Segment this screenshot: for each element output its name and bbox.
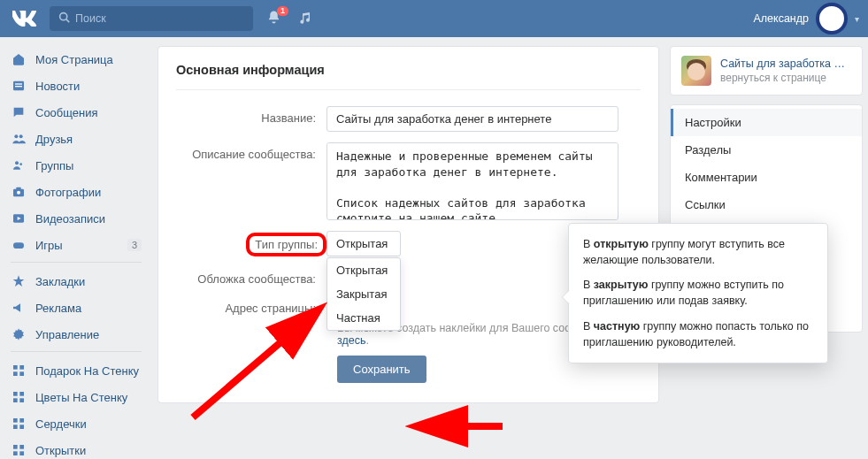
nav-messages[interactable]: Сообщения xyxy=(5,99,147,126)
home-icon xyxy=(11,51,27,67)
nav-ads[interactable]: Реклама xyxy=(5,295,147,321)
tiles-icon xyxy=(11,389,27,405)
panel-title: Основная информация xyxy=(176,63,641,90)
menu-settings[interactable]: Настройки xyxy=(671,109,862,136)
svg-point-10 xyxy=(17,191,20,195)
menu-comments[interactable]: Комментарии xyxy=(671,164,862,191)
tooltip-line-private: В частную группу можно попасть только по… xyxy=(583,318,813,350)
nav-label: Закладки xyxy=(35,275,85,288)
menu-sections[interactable]: Разделы xyxy=(671,136,862,164)
nav-cards[interactable]: Открытки xyxy=(5,437,147,459)
menu-links[interactable]: Ссылки xyxy=(671,191,862,218)
group-link[interactable]: Сайты для заработка де... xyxy=(720,57,851,72)
svg-point-8 xyxy=(19,163,22,165)
nav-my-page[interactable]: Моя Страница xyxy=(5,46,147,73)
chevron-down-icon: ▾ xyxy=(855,14,859,24)
tooltip-line-open: В открытую группу могут вступить все жел… xyxy=(583,236,813,268)
nav-groups[interactable]: Группы xyxy=(5,152,147,179)
tiles-icon xyxy=(11,442,27,458)
username-label: Александр xyxy=(753,12,809,25)
nav-bookmarks[interactable]: Закладки xyxy=(5,268,147,295)
nav-manage[interactable]: Управление xyxy=(5,321,147,348)
center-column: Основная информация Название: Описание с… xyxy=(157,46,659,459)
group-type-tooltip: В открытую группу могут вступить все жел… xyxy=(568,223,828,363)
user-menu[interactable]: Александр ▾ xyxy=(753,3,859,34)
music-icon[interactable] xyxy=(297,11,311,27)
name-input[interactable] xyxy=(326,106,618,132)
search-box[interactable] xyxy=(50,6,253,31)
svg-rect-23 xyxy=(13,418,18,423)
nav-hearts[interactable]: Сердечки xyxy=(5,410,147,437)
group-card[interactable]: Сайты для заработка де... вернуться к ст… xyxy=(670,46,863,96)
svg-rect-27 xyxy=(13,445,18,449)
megaphone-icon xyxy=(11,300,27,316)
notification-badge: 1 xyxy=(277,6,288,16)
svg-rect-4 xyxy=(15,86,22,87)
hint-link[interactable]: здесь xyxy=(337,334,365,347)
nav-divider xyxy=(11,262,142,263)
search-icon xyxy=(58,11,70,26)
games-icon xyxy=(11,237,27,253)
groups-icon xyxy=(11,157,27,173)
svg-rect-26 xyxy=(19,425,24,429)
tiles-icon xyxy=(11,416,27,432)
row-description: Описание сообщества: Надежные и проверен… xyxy=(176,142,641,220)
svg-point-0 xyxy=(60,13,67,20)
svg-line-1 xyxy=(66,19,69,22)
left-nav: Моя Страница Новости Сообщения Друзья Гр… xyxy=(5,46,147,459)
name-label: Название: xyxy=(176,106,326,125)
nav-label: Сердечки xyxy=(35,417,87,431)
nav-gift-wall[interactable]: Подарок На Стенку xyxy=(5,357,147,384)
group-type-dropdown: Открытая Закрытая Частная xyxy=(326,257,401,331)
nav-label: Новости xyxy=(35,80,80,93)
svg-rect-22 xyxy=(19,398,24,402)
nav-friends[interactable]: Друзья xyxy=(5,126,147,152)
bell-icon[interactable]: 1 xyxy=(266,10,281,27)
svg-rect-29 xyxy=(13,451,18,455)
nav-label: Фотографии xyxy=(35,186,101,199)
svg-rect-25 xyxy=(13,425,18,429)
cover-label: Обложка сообщества: xyxy=(176,267,326,286)
svg-rect-13 xyxy=(13,242,24,249)
option-open[interactable]: Открытая xyxy=(327,258,400,282)
nav-label: Видеозаписи xyxy=(35,212,105,226)
tooltip-line-closed: В закрытую группу можно вступить по приг… xyxy=(583,277,813,309)
search-input[interactable] xyxy=(75,12,244,25)
nav-label: Группы xyxy=(35,159,73,172)
svg-rect-3 xyxy=(15,83,22,84)
nav-flowers-wall[interactable]: Цветы На Стенку xyxy=(5,384,147,410)
video-icon xyxy=(11,210,27,226)
svg-rect-17 xyxy=(13,371,18,376)
description-input[interactable]: Надежные и проверенные временем сайты дл… xyxy=(326,142,618,220)
group-type-select[interactable]: Открытая xyxy=(326,231,401,256)
nav-games[interactable]: Игры3 xyxy=(5,232,147,258)
friends-icon xyxy=(11,131,27,147)
option-private[interactable]: Частная xyxy=(327,306,400,330)
nav-divider xyxy=(11,351,142,352)
svg-rect-20 xyxy=(19,392,24,396)
nav-label: Открытки xyxy=(35,444,86,457)
svg-rect-15 xyxy=(13,365,18,370)
save-button[interactable]: Сохранить xyxy=(337,356,426,383)
messages-icon xyxy=(11,104,27,120)
svg-rect-16 xyxy=(19,365,24,370)
group-type-label: Тип группы: xyxy=(246,233,326,256)
svg-point-6 xyxy=(19,134,23,138)
svg-rect-24 xyxy=(19,418,24,423)
news-icon xyxy=(11,78,27,94)
nav-count: 3 xyxy=(127,239,142,251)
top-icons: 1 xyxy=(266,10,311,27)
option-closed[interactable]: Закрытая xyxy=(327,282,400,306)
nav-videos[interactable]: Видеозаписи xyxy=(5,205,147,232)
nav-news[interactable]: Новости xyxy=(5,73,147,99)
svg-rect-21 xyxy=(13,398,18,402)
nav-photos[interactable]: Фотографии xyxy=(5,179,147,205)
star-icon xyxy=(11,273,27,289)
vk-logo[interactable] xyxy=(9,3,41,34)
svg-rect-19 xyxy=(13,392,18,396)
nav-label: Моя Страница xyxy=(35,53,113,66)
address-label: Адрес страницы: xyxy=(176,296,326,315)
nav-label: Друзья xyxy=(35,133,73,146)
svg-point-5 xyxy=(14,134,18,138)
nav-label: Сообщения xyxy=(35,106,98,119)
